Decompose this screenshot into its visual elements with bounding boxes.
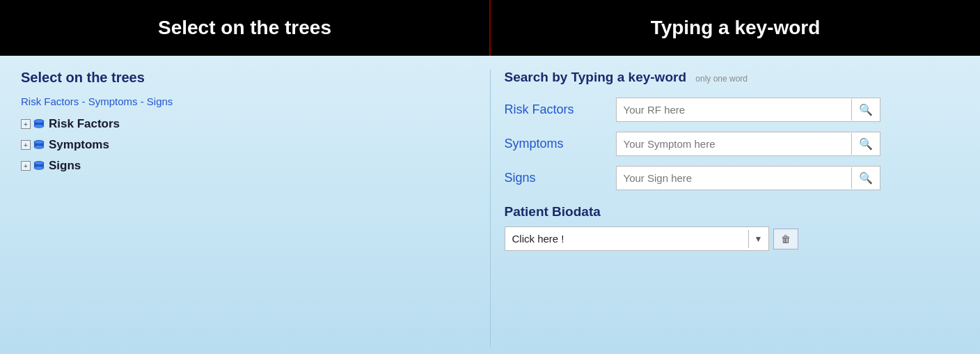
trash-icon: 🗑	[781, 233, 791, 245]
header-left-title: Select on the trees	[158, 17, 331, 39]
left-panel: Select on the trees Risk Factors - Sympt…	[7, 70, 491, 347]
search-input-symptoms[interactable]	[617, 132, 851, 155]
search-title: Search by Typing a key-word only one wor…	[505, 70, 960, 85]
search-input-wrap-symptoms: 🔍	[616, 132, 880, 156]
search-button-symptoms[interactable]: 🔍	[851, 133, 880, 155]
header-right: Typing a key-word	[491, 0, 980, 56]
tree-item-label-symptoms: Symptoms	[49, 138, 109, 152]
search-input-wrap-rf: 🔍	[616, 98, 880, 122]
biodata-delete-button[interactable]: 🗑	[773, 229, 798, 249]
search-label-rf: Risk Factors	[505, 102, 616, 117]
tree-link[interactable]: Risk Factors - Symptoms - Signs	[21, 95, 476, 107]
biodata-select[interactable]: Click here !	[505, 227, 748, 250]
tree-expand-symptoms[interactable]: +	[21, 140, 31, 150]
biodata-section: Patient Biodata Click here ! ▼ 🗑	[505, 204, 960, 251]
tree-item-signs[interactable]: + Signs	[21, 159, 476, 173]
header-bar: Select on the trees Typing a key-word	[0, 0, 980, 56]
svg-point-2	[34, 125, 44, 128]
search-button-rf[interactable]: 🔍	[851, 99, 880, 121]
biodata-title: Patient Biodata	[505, 204, 960, 220]
header-left: Select on the trees	[0, 0, 491, 56]
dropdown-arrow-icon: ▼	[748, 230, 768, 248]
search-input-signs[interactable]	[617, 167, 851, 190]
database-icon-rf	[33, 118, 45, 130]
search-label-signs: Signs	[505, 171, 616, 185]
tree-expand-signs[interactable]: +	[21, 161, 31, 171]
main-content: Select on the trees Risk Factors - Sympt…	[0, 56, 980, 354]
search-subtitle: only one word	[695, 74, 748, 84]
right-panel: Search by Typing a key-word only one wor…	[491, 70, 974, 347]
tree-item-risk-factors[interactable]: + Risk Factors	[21, 117, 476, 131]
search-row-symptoms: Symptoms 🔍	[505, 132, 960, 156]
svg-point-7	[34, 141, 44, 144]
database-icon-symptoms	[33, 139, 45, 151]
search-button-signs[interactable]: 🔍	[851, 167, 880, 189]
biodata-row: Click here ! ▼ 🗑	[505, 226, 960, 251]
svg-point-3	[34, 120, 44, 123]
search-row-rf: Risk Factors 🔍	[505, 98, 960, 122]
search-input-rf[interactable]	[617, 98, 851, 121]
database-icon-signs	[33, 160, 45, 171]
tree-item-label-signs: Signs	[49, 159, 81, 173]
svg-point-6	[34, 146, 44, 149]
svg-point-11	[34, 162, 44, 165]
search-input-wrap-signs: 🔍	[616, 166, 880, 190]
header-right-title: Typing a key-word	[651, 17, 821, 39]
tree-item-symptoms[interactable]: + Symptoms	[21, 138, 476, 152]
tree-item-label-rf: Risk Factors	[49, 117, 120, 131]
search-row-signs: Signs 🔍	[505, 166, 960, 190]
biodata-select-wrap: Click here ! ▼	[505, 226, 769, 251]
search-label-symptoms: Symptoms	[505, 137, 616, 151]
left-panel-title: Select on the trees	[21, 70, 476, 86]
tree-items: + Risk Factors + Symptoms	[21, 117, 476, 173]
svg-point-10	[34, 167, 44, 170]
tree-expand-rf[interactable]: +	[21, 119, 31, 129]
